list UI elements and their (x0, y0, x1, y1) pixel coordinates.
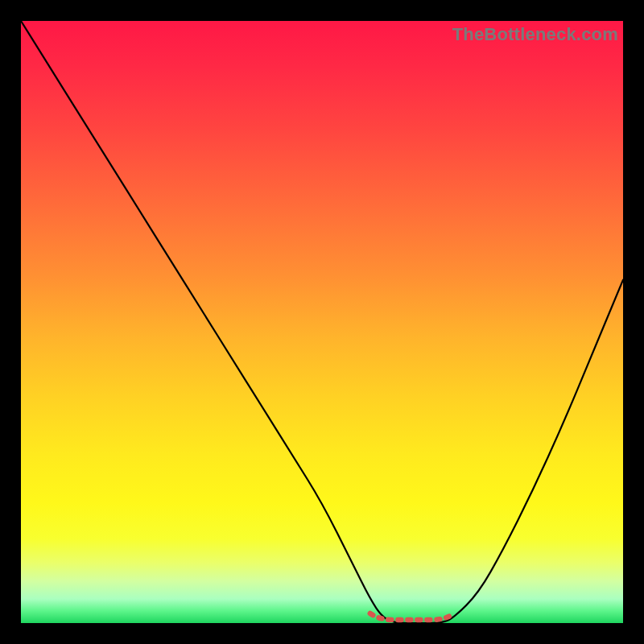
curve-svg (21, 21, 623, 623)
plot-area: TheBottleneck.com (21, 21, 623, 623)
watermark-text: TheBottleneck.com (452, 24, 618, 45)
chart-frame: TheBottleneck.com (0, 0, 644, 644)
optimal-range-marker (370, 613, 455, 620)
bottleneck-curve-line (21, 21, 623, 623)
